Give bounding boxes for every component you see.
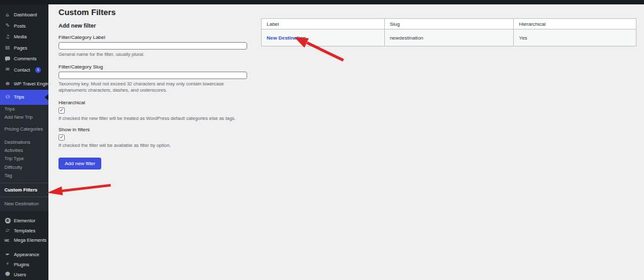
form-heading: Add new filter	[58, 23, 247, 29]
admin-top-bar	[0, 0, 644, 4]
column-header-slug: Slug	[384, 19, 514, 30]
hierarchical-help: If checked the new filter will be treate…	[58, 116, 247, 121]
admin-menu: ⌂ Dashboard ✎ Posts ♫ Media ▤ Pages Comm…	[0, 4, 48, 280]
filter-slug-field-label: Filter/Category Slug	[58, 64, 247, 70]
sidebar-item-pages[interactable]: ▤ Pages	[0, 43, 48, 54]
page-title: Custom Filters	[58, 8, 116, 17]
sidebar-item-wp-travel-engine[interactable]: ☸ WP Travel Engine	[0, 78, 48, 90]
sidebar-item-label: Users	[14, 272, 26, 277]
submenu-item-trip-type[interactable]: Trip Type	[0, 154, 48, 163]
submenu-item-destinations[interactable]: Destinations	[0, 138, 48, 146]
sidebar-item-label: WP Travel Engine	[14, 81, 52, 87]
filter-row-link[interactable]: New Destination	[267, 35, 306, 41]
filter-label-help: General name for the filter, usually plu…	[58, 51, 247, 58]
submenu-item-difficulty[interactable]: Difficulty	[0, 163, 48, 171]
add-new-filter-button[interactable]: Add new filter	[58, 158, 101, 170]
submenu-divider	[0, 197, 48, 197]
sidebar-item-label: Comments	[14, 56, 36, 62]
mega-elements-icon: ME	[4, 239, 11, 242]
admin-sidebar: ⌂ Dashboard ✎ Posts ♫ Media ▤ Pages Comm…	[0, 4, 48, 280]
sidebar-item-appearance[interactable]: ✒ Appearance	[0, 250, 48, 260]
sidebar-item-mega-elements[interactable]: ME Mega Elements	[0, 235, 48, 245]
filter-row-slug: newdestination	[384, 30, 514, 46]
sidebar-item-elementor[interactable]: e Elementor	[0, 215, 48, 225]
sidebar-item-label: Trips	[14, 94, 24, 100]
sidebar-item-label: Contact	[14, 67, 30, 73]
hierarchical-checkbox[interactable]: ✓	[58, 107, 65, 114]
filter-label-field-label: Filter/Category Label	[58, 35, 247, 40]
sidebar-item-posts[interactable]: ✎ Posts	[0, 21, 48, 32]
sidebar-item-label: Pages	[14, 45, 27, 51]
sidebar-item-label: Elementor	[14, 218, 35, 223]
trips-icon: ⚇	[4, 94, 11, 100]
sidebar-item-label: Appearance	[14, 252, 39, 257]
table-row: New Destination newdestination Yes	[262, 30, 636, 46]
plugin-menu-group: e Elementor ▱ Templates ME Mega Elements	[0, 215, 48, 245]
submenu-item-add-new-trip[interactable]: Add New Trip	[0, 113, 48, 121]
sidebar-item-label: Plugins	[14, 262, 30, 267]
add-new-filter-form: Add new filter Filter/Category Label Gen…	[58, 23, 247, 170]
filters-table: Label Slug Hierarchical New Destination …	[261, 18, 636, 46]
sidebar-item-templates[interactable]: ▱ Templates	[0, 225, 48, 235]
filter-slug-input[interactable]	[58, 72, 247, 79]
sidebar-item-label: Posts	[14, 23, 26, 29]
submenu-item-pricing-categories[interactable]: Pricing Categories	[0, 125, 48, 133]
sidebar-item-plugins[interactable]: ⚡ Plugins	[0, 260, 48, 270]
submenu-item-trips[interactable]: Trips	[0, 105, 48, 113]
show-in-filters-checkbox[interactable]: ✓	[58, 134, 65, 141]
folder-icon: ▱	[4, 227, 11, 234]
brush-icon: ✒	[4, 252, 11, 258]
sidebar-item-label: Dashboard	[14, 12, 37, 18]
column-header-label: Label	[262, 19, 385, 30]
filter-slug-help: Taxonomy key. Must not exceed 32 charact…	[58, 81, 247, 94]
sidebar-item-label: Media	[14, 34, 26, 40]
sidebar-item-users[interactable]: ☻ Users	[0, 269, 48, 279]
pages-icon: ▤	[4, 45, 11, 51]
show-in-filters-label: Show in filters	[58, 127, 247, 132]
sidebar-item-trips[interactable]: ⚇ Trips	[0, 90, 48, 105]
sidebar-item-dashboard[interactable]: ⌂ Dashboard	[0, 9, 48, 21]
wp-travel-engine-icon: ☸	[4, 81, 11, 87]
column-header-hierarchical: Hierarchical	[514, 19, 636, 30]
trips-submenu: Trips Add New Trip Pricing Categories De…	[0, 105, 48, 212]
filter-label-input[interactable]	[58, 42, 247, 50]
media-icon: ♫	[4, 34, 11, 40]
main-content: Custom Filters Add new filter Filter/Cat…	[48, 4, 644, 280]
submenu-divider	[0, 183, 48, 183]
plugin-icon: ⚡	[4, 261, 11, 267]
show-in-filters-help: If checked the filter will be available …	[58, 143, 247, 148]
hierarchical-label: Hierarchical	[58, 100, 247, 105]
submenu-item-tag[interactable]: Tag	[0, 171, 48, 180]
table-header-row: Label Slug Hierarchical	[262, 19, 636, 30]
submenu-item-custom-filters[interactable]: Custom Filters	[0, 186, 48, 194]
dashboard-icon: ⌂	[4, 12, 11, 18]
elementor-icon: e	[4, 217, 11, 223]
mail-icon: ✉	[4, 67, 11, 73]
sidebar-item-label: Templates	[14, 228, 35, 234]
submenu-item-new-destination[interactable]: New Destination	[0, 200, 48, 208]
filter-row-hierarchical: Yes	[514, 30, 636, 46]
comments-icon	[4, 56, 11, 62]
sidebar-item-media[interactable]: ♫ Media	[0, 31, 48, 43]
user-icon: ☻	[4, 271, 11, 277]
submenu-item-activities[interactable]: Activities	[0, 146, 48, 154]
contact-count-badge: 1	[35, 67, 41, 73]
sidebar-item-contact[interactable]: ✉ Contact 1	[0, 65, 48, 76]
settings-menu-group: ✒ Appearance ⚡ Plugins ☻ Users ⚒ Tools	[0, 250, 48, 280]
posts-icon: ✎	[4, 23, 11, 29]
sidebar-item-label: Mega Elements	[14, 237, 47, 243]
sidebar-item-comments[interactable]: Comments	[0, 53, 48, 65]
